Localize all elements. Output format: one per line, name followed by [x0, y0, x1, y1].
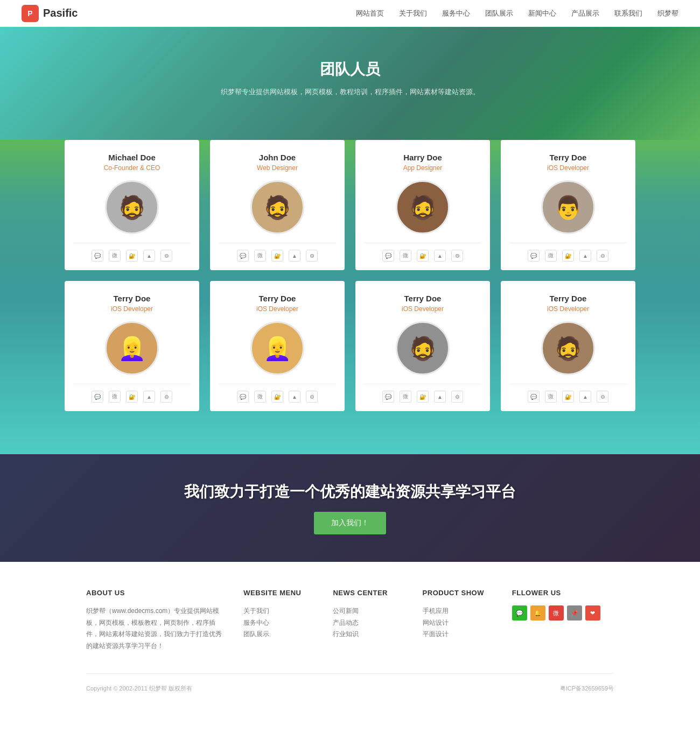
member-name: Terry Doe: [73, 294, 191, 303]
footer-link[interactable]: 服务中心: [243, 617, 311, 629]
social-icon-lock[interactable]: 🔐: [271, 391, 283, 403]
team-card: Harry DoeApp Designer🧔💬微🔐▲⚙: [355, 140, 490, 270]
social-icon-settings[interactable]: ⚙: [160, 250, 172, 262]
social-icon-triangle[interactable]: ▲: [434, 391, 446, 403]
footer-product: PRODUCT SHOW 手机应用网站设计平面设计: [423, 589, 491, 652]
footer-social-weibo[interactable]: 微: [549, 605, 564, 621]
nav-item[interactable]: 服务中心: [442, 9, 470, 18]
social-icon-settings[interactable]: ⚙: [160, 391, 172, 403]
social-icon-triangle[interactable]: ▲: [434, 250, 446, 262]
team-card: Terry DoeiOS Developer🧔💬微🔐▲⚙: [355, 281, 490, 411]
footer-link[interactable]: 产品动态: [333, 617, 401, 629]
footer-product-items: 手机应用网站设计平面设计: [423, 605, 491, 640]
footer-link[interactable]: 平面设计: [423, 629, 491, 640]
social-icon-settings[interactable]: ⚙: [306, 250, 318, 262]
nav-item[interactable]: 关于我们: [399, 9, 427, 18]
footer-social: 💬🔔微📌❤: [512, 605, 614, 621]
team-card: Michael DoeCo-Founder & CEO🧔💬微🔐▲⚙: [65, 140, 199, 270]
footer-menu: WEBSITE MENU 关于我们服务中心团队展示: [243, 589, 311, 652]
member-role: iOS Developer: [73, 305, 191, 313]
avatar: 🧔: [250, 180, 304, 234]
social-icon-weibo[interactable]: 微: [254, 250, 266, 262]
social-icon-wechat[interactable]: 💬: [92, 250, 103, 262]
social-icon-triangle[interactable]: ▲: [143, 250, 155, 262]
footer-news: NEWS CENTER 公司新闻产品动态行业知识: [333, 589, 401, 652]
nav-item[interactable]: 团队展示: [485, 9, 513, 18]
social-icon-triangle[interactable]: ▲: [289, 250, 300, 262]
social-icon-wechat[interactable]: 💬: [237, 391, 249, 403]
footer-link[interactable]: 公司新闻: [333, 605, 401, 617]
footer-social-pin[interactable]: 📌: [567, 605, 582, 621]
member-name: John Doe: [219, 153, 336, 162]
social-icons: 💬微🔐▲⚙: [73, 243, 191, 262]
member-name: Terry Doe: [509, 294, 627, 303]
social-icon-wechat[interactable]: 💬: [237, 250, 249, 262]
social-icon-triangle[interactable]: ▲: [579, 250, 591, 262]
footer-link[interactable]: 网站设计: [423, 617, 491, 629]
social-icon-settings[interactable]: ⚙: [597, 250, 608, 262]
avatar: 🧔: [396, 180, 450, 234]
team-card: Terry DoeiOS Developer👱‍♀️💬微🔐▲⚙: [65, 281, 199, 411]
nav-item[interactable]: 新闻中心: [528, 9, 556, 18]
team-row-1: Michael DoeCo-Founder & CEO🧔💬微🔐▲⚙John Do…: [65, 140, 635, 270]
cta-button[interactable]: 加入我们！: [314, 512, 386, 534]
nav-item[interactable]: 产品展示: [571, 9, 599, 18]
member-role: iOS Developer: [509, 305, 627, 313]
social-icon-lock[interactable]: 🔐: [562, 391, 574, 403]
social-icons: 💬微🔐▲⚙: [219, 243, 336, 262]
social-icon-weibo[interactable]: 微: [109, 250, 121, 262]
social-icon-wechat[interactable]: 💬: [528, 250, 540, 262]
social-icon-lock[interactable]: 🔐: [562, 250, 574, 262]
social-icon-wechat[interactable]: 💬: [528, 391, 540, 403]
social-icon-settings[interactable]: ⚙: [451, 250, 463, 262]
social-icon-weibo[interactable]: 微: [400, 391, 411, 403]
social-icon-wechat[interactable]: 💬: [382, 391, 394, 403]
header: P Pasific 网站首页关于我们服务中心团队展示新闻中心产品展示联系我们织梦…: [0, 0, 700, 27]
social-icon-lock[interactable]: 🔐: [126, 250, 138, 262]
footer-social-red[interactable]: ❤: [585, 605, 600, 621]
logo[interactable]: P Pasific: [22, 5, 78, 22]
avatar-image: 👱‍♀️: [107, 323, 157, 373]
footer-social-bell[interactable]: 🔔: [530, 605, 545, 621]
nav-item[interactable]: 织梦帮: [657, 9, 678, 18]
team-card: Terry DoeiOS Developer👱‍♀️💬微🔐▲⚙: [210, 281, 345, 411]
cta-title: 我们致力于打造一个优秀的建站资源共享学习平台: [184, 482, 516, 502]
avatar-image: 👱‍♀️: [252, 323, 303, 373]
social-icon-weibo[interactable]: 微: [254, 391, 266, 403]
nav-item[interactable]: 联系我们: [614, 9, 642, 18]
social-icon-weibo[interactable]: 微: [545, 391, 557, 403]
footer-grid: ABOUT US 织梦帮（www.dedecms.com）专业提供网站模板，网页…: [86, 589, 614, 652]
footer-about-text: 织梦帮（www.dedecms.com）专业提供网站模板，网页模板，模板教程，网…: [86, 605, 222, 652]
social-icon-triangle[interactable]: ▲: [579, 391, 591, 403]
social-icon-lock[interactable]: 🔐: [126, 391, 138, 403]
social-icon-settings[interactable]: ⚙: [451, 391, 463, 403]
nav-item[interactable]: 网站首页: [356, 9, 384, 18]
footer-link[interactable]: 手机应用: [423, 605, 491, 617]
team-card: John DoeWeb Designer🧔💬微🔐▲⚙: [210, 140, 345, 270]
social-icon-weibo[interactable]: 微: [109, 391, 121, 403]
footer-about-title: ABOUT US: [86, 589, 222, 597]
footer-social-wechat[interactable]: 💬: [512, 605, 527, 621]
social-icon-triangle[interactable]: ▲: [143, 391, 155, 403]
avatar-image: 🧔: [397, 323, 448, 373]
social-icon-lock[interactable]: 🔐: [417, 250, 429, 262]
social-icon-triangle[interactable]: ▲: [289, 391, 300, 403]
social-icon-lock[interactable]: 🔐: [271, 250, 283, 262]
footer-link[interactable]: 团队展示: [243, 629, 311, 640]
social-icon-wechat[interactable]: 💬: [382, 250, 394, 262]
footer-link[interactable]: 行业知识: [333, 629, 401, 640]
social-icon-settings[interactable]: ⚙: [597, 391, 608, 403]
social-icon-settings[interactable]: ⚙: [306, 391, 318, 403]
footer-news-items: 公司新闻产品动态行业知识: [333, 605, 401, 640]
footer-link[interactable]: 关于我们: [243, 605, 311, 617]
logo-text: Pasific: [43, 7, 78, 19]
main-nav: 网站首页关于我们服务中心团队展示新闻中心产品展示联系我们织梦帮: [356, 9, 678, 18]
social-icon-weibo[interactable]: 微: [400, 250, 411, 262]
social-icon-lock[interactable]: 🔐: [417, 391, 429, 403]
social-icon-wechat[interactable]: 💬: [92, 391, 103, 403]
social-icon-weibo[interactable]: 微: [545, 250, 557, 262]
team-section: Michael DoeCo-Founder & CEO🧔💬微🔐▲⚙John Do…: [0, 140, 700, 454]
social-icons: 💬微🔐▲⚙: [364, 243, 481, 262]
footer-about: ABOUT US 织梦帮（www.dedecms.com）专业提供网站模板，网页…: [86, 589, 222, 652]
member-role: Co-Founder & CEO: [73, 164, 191, 172]
